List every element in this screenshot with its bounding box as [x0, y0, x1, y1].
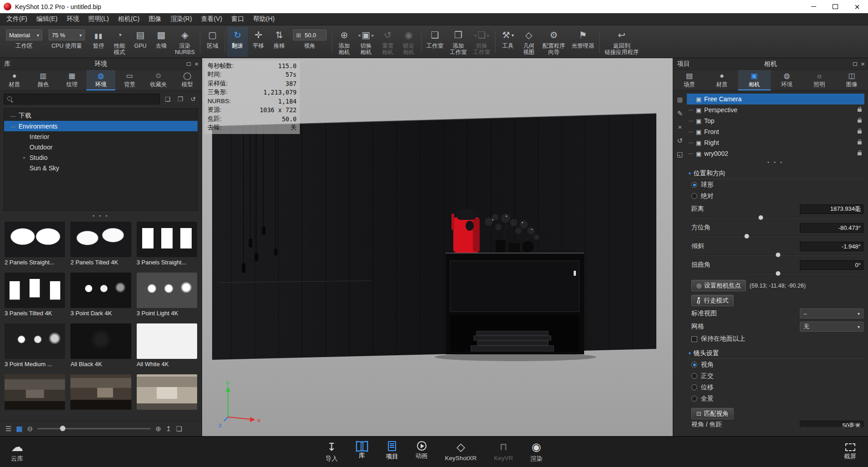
lens-mode-option[interactable]: 正交 [687, 370, 864, 382]
camera-item[interactable]: wry0002 [687, 148, 864, 159]
camera-item[interactable]: Free Camera [687, 94, 864, 104]
minimize-button[interactable] [803, 0, 824, 13]
tree-item[interactable]: Sun & Sky [4, 163, 198, 173]
float-panel-icon[interactable] [853, 62, 857, 66]
coordinate-mode-option[interactable]: 球形 [687, 179, 864, 190]
environment-thumbnail[interactable]: 3 Point Medium ... [5, 323, 65, 368]
param-value-field[interactable]: -1.948° [800, 242, 863, 251]
menu-item[interactable]: 环境 [62, 14, 84, 25]
slider-handle[interactable] [759, 215, 763, 220]
param-value-field[interactable]: -80.473° [800, 223, 863, 233]
denoise-button[interactable]: 去噪 [151, 27, 172, 57]
menu-item[interactable]: 相机(C) [114, 14, 144, 25]
pan-button[interactable]: 平移 [248, 27, 269, 57]
float-panel-icon[interactable] [187, 62, 191, 66]
menu-item[interactable]: 查看(V) [197, 14, 227, 25]
dock-library[interactable]: 库 [355, 441, 369, 463]
menu-item[interactable]: 图像 [144, 14, 166, 25]
camera-item[interactable]: Right [687, 137, 864, 148]
tree-item[interactable]: —Environments [4, 121, 198, 131]
lens-mode-option[interactable]: 位移 [687, 382, 864, 393]
library-tab-models[interactable]: 模型 [173, 70, 202, 90]
menu-item[interactable]: 渲染(R) [166, 14, 196, 25]
dock-animation[interactable]: 动画 [416, 441, 428, 463]
reset-camera-button[interactable]: 重置 相机 [377, 27, 398, 57]
light-manager-button[interactable]: 光管理器 [568, 27, 597, 57]
library-tab-materials[interactable]: 材质 [0, 70, 29, 90]
prev-arrow-icon[interactable]: ◂ [474, 32, 476, 38]
search-input[interactable] [15, 96, 156, 103]
slider-handle[interactable] [744, 234, 749, 238]
link-return-button[interactable]: 返回到 链接应用程序 [601, 27, 642, 57]
pause-button[interactable]: 暂停 [88, 27, 109, 57]
section-lens-settings[interactable]: 镜头设置 [687, 348, 864, 359]
grid-view-icon[interactable] [16, 425, 22, 433]
match-fov-button[interactable]: 匹配视角 [691, 408, 734, 419]
library-tab-environments[interactable]: 环境 [86, 70, 115, 90]
project-tab-scene[interactable]: 场景 [673, 70, 706, 90]
environment-thumbnail[interactable]: 2 Panels Tilted 4K [70, 222, 131, 266]
studio-button[interactable]: 工作室 [423, 27, 447, 57]
menu-item[interactable]: 窗口 [227, 14, 248, 25]
param-slider[interactable] [691, 270, 863, 276]
environment-thumbnail[interactable]: 3 Point Dark 4K [70, 273, 131, 317]
dock-render[interactable]: 渲染 [530, 441, 542, 463]
library-tab-backplates[interactable]: 背景 [115, 70, 144, 90]
camera-item[interactable]: Front [687, 126, 864, 137]
dolly-button[interactable]: 推移 [269, 27, 290, 57]
standard-view-dropdown[interactable]: – [800, 308, 863, 318]
zoom-out-icon[interactable] [27, 425, 33, 433]
upload-icon[interactable] [166, 425, 172, 433]
walk-mode-button[interactable]: 行走模式 [691, 295, 734, 306]
camera-item[interactable]: Top [687, 115, 864, 126]
environment-thumbnail[interactable]: 3 Panels Tilted 4K [5, 273, 65, 317]
viewport-3d[interactable]: y x z 每秒帧数:115.0时间:57s采样值:387三角形:1,213,0… [202, 58, 673, 436]
search-box[interactable] [4, 94, 160, 104]
environment-thumbnail[interactable]: All White 4K [137, 323, 197, 368]
tree-item[interactable]: Interior [4, 131, 198, 142]
cpu-usage-dropdown[interactable]: 75 % [49, 30, 85, 40]
tools-button[interactable]: 工具 [497, 27, 518, 57]
section-position-orientation[interactable]: 位置和方向 [687, 168, 864, 179]
environment-thumbnail[interactable]: 2 Panels Straight... [5, 222, 65, 266]
region-button[interactable]: 区域 [202, 27, 223, 57]
camera-item[interactable]: Perspective [687, 104, 864, 115]
switch-studio-button[interactable]: ◂▸切换 工作室 [470, 27, 494, 57]
refresh-view-icon[interactable] [677, 137, 683, 144]
maximize-button[interactable] [824, 0, 846, 13]
library-tab-favorites[interactable]: 收藏夹 [144, 70, 173, 90]
param-value-field[interactable]: 1873.934毫 [800, 204, 863, 214]
add-camera-button[interactable]: 添加 相机 [334, 27, 355, 57]
switch-camera-button[interactable]: ◂▸切换 相机 [355, 27, 377, 57]
environment-thumbnail[interactable]: All Black 4K [70, 323, 131, 368]
add-studio-button[interactable]: 添加 工作室 [446, 27, 470, 57]
dock-import[interactable]: 导入 [326, 441, 338, 463]
dock-project[interactable]: 项目 [386, 441, 398, 463]
project-tab-environment[interactable]: 环境 [771, 70, 804, 90]
dock-cloud-library[interactable]: 云库 [11, 441, 23, 463]
environment-thumbnail[interactable] [5, 374, 65, 419]
environment-thumbnail[interactable] [70, 374, 131, 419]
splitter-handle[interactable] [0, 213, 202, 218]
delete-view-icon[interactable] [678, 124, 682, 130]
library-tab-colors[interactable]: 颜色 [29, 70, 57, 90]
project-tab-camera[interactable]: 相机 [738, 70, 771, 90]
geometry-view-button[interactable]: 几何 视图 [518, 27, 539, 57]
edit-view-icon[interactable] [677, 110, 683, 117]
lock-camera-button[interactable]: 锁定 相机 [398, 27, 419, 57]
menu-item[interactable]: 编辑(E) [32, 14, 62, 25]
cpu-usage-button[interactable]: 75 %CPU 使用量 [45, 27, 88, 57]
param-slider[interactable] [691, 233, 863, 239]
set-camera-focus-button[interactable]: 设置相机焦点 [691, 280, 746, 291]
close-button[interactable] [846, 0, 868, 13]
keep-above-ground-checkbox[interactable]: 保持在地面以上 [687, 333, 864, 344]
project-tab-lighting[interactable]: 照明 [803, 70, 836, 90]
dock-keyshotxr[interactable]: KeyShotXR [445, 441, 477, 463]
menu-item[interactable]: 帮助(H) [248, 14, 279, 25]
next-arrow-icon[interactable]: ▸ [487, 32, 490, 38]
export-folder-button[interactable] [175, 94, 185, 104]
refresh-library-button[interactable] [188, 94, 198, 104]
environment-thumbnail[interactable]: 3 Point Light 4K [137, 273, 197, 317]
workspace-button[interactable]: Material工作区 [3, 27, 45, 57]
dock-keyvr[interactable]: KeyVR [494, 441, 513, 463]
